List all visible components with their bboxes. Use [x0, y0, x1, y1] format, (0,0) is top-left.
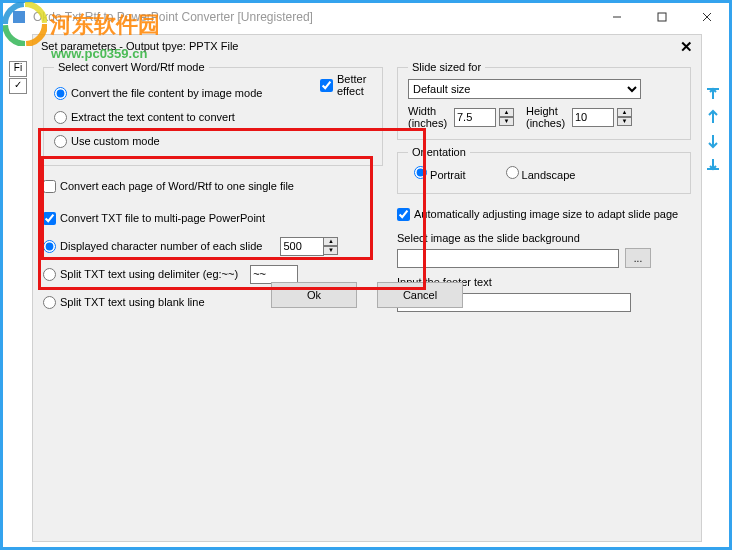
arrow-up-icon[interactable]: [705, 109, 721, 125]
browse-button[interactable]: ...: [625, 248, 651, 268]
mode-image-radio[interactable]: [54, 87, 67, 100]
arrow-top-icon[interactable]: [705, 85, 721, 101]
convert-mode-group: Select convert Word/Rtf mode Convert the…: [43, 61, 383, 166]
char-num-input[interactable]: [280, 237, 324, 256]
width-down[interactable]: ▼: [499, 117, 514, 126]
arrow-bottom-icon[interactable]: [705, 157, 721, 173]
settings-dialog: Set parameters - Output tpye: PPTX File …: [32, 34, 702, 542]
left-strip-check[interactable]: ✓: [9, 78, 27, 94]
char-num-down[interactable]: ▼: [323, 246, 338, 255]
better-effect-label: Better effect: [337, 73, 382, 97]
cancel-button[interactable]: Cancel: [377, 282, 463, 308]
delim-input[interactable]: [250, 265, 298, 284]
slide-size-legend: Slide sized for: [408, 61, 485, 73]
width-up[interactable]: ▲: [499, 108, 514, 117]
auto-adjust-check[interactable]: [397, 208, 410, 221]
orientation-group: Orientation Portrait Landscape: [397, 146, 691, 194]
left-strip-fi[interactable]: Fi: [9, 61, 27, 77]
auto-adjust-label: Automatically adjusting image size to ad…: [414, 208, 678, 220]
split-delim-radio[interactable]: [43, 268, 56, 281]
height-input[interactable]: [572, 108, 614, 127]
slide-size-group: Slide sized for Default size Width (inch…: [397, 61, 691, 140]
mode-custom-radio[interactable]: [54, 135, 67, 148]
txt-multi-label: Convert TXT file to multi-page PowerPoin…: [60, 212, 265, 224]
char-num-up[interactable]: ▲: [323, 237, 338, 246]
split-delim-label: Split TXT text using delimiter (eg:~~): [60, 268, 238, 280]
svg-rect-6: [658, 13, 666, 21]
each-page-single-check[interactable]: [43, 180, 56, 193]
slide-size-select[interactable]: Default size: [408, 79, 641, 99]
width-input[interactable]: [454, 108, 496, 127]
minimize-button[interactable]: [594, 3, 639, 31]
mode-text-label: Extract the text content to convert: [71, 111, 235, 123]
convert-mode-legend: Select convert Word/Rtf mode: [54, 61, 209, 73]
height-label: Height (inches): [526, 105, 568, 129]
width-label: Width (inches): [408, 105, 450, 129]
orientation-legend: Orientation: [408, 146, 470, 158]
portrait-label: Portrait: [430, 169, 465, 181]
right-arrows: [705, 85, 721, 173]
dialog-close-button[interactable]: ✕: [680, 38, 693, 56]
each-page-single-label: Convert each page of Word/Rtf to one sin…: [60, 180, 294, 192]
char-num-label: Displayed character number of each slide: [60, 240, 262, 252]
txt-multi-check[interactable]: [43, 212, 56, 225]
bg-path-input[interactable]: [397, 249, 619, 268]
left-strip: Fi ✓: [9, 61, 29, 95]
better-effect-check[interactable]: [320, 79, 333, 92]
mode-custom-label: Use custom mode: [71, 135, 160, 147]
mode-text-radio[interactable]: [54, 111, 67, 124]
ok-button[interactable]: Ok: [271, 282, 357, 308]
height-up[interactable]: ▲: [617, 108, 632, 117]
portrait-radio[interactable]: [414, 166, 427, 179]
landscape-label: Landscape: [522, 169, 576, 181]
watermark: 河东软件园 www.pc0359.cn: [3, 2, 160, 61]
close-window-button[interactable]: [684, 3, 729, 31]
maximize-button[interactable]: [639, 3, 684, 31]
height-down[interactable]: ▼: [617, 117, 632, 126]
arrow-down-icon[interactable]: [705, 133, 721, 149]
mode-image-label: Convert the file content by image mode: [71, 87, 262, 99]
landscape-radio[interactable]: [506, 166, 519, 179]
char-num-radio[interactable]: [43, 240, 56, 253]
select-bg-label: Select image as the slide background: [397, 232, 691, 244]
